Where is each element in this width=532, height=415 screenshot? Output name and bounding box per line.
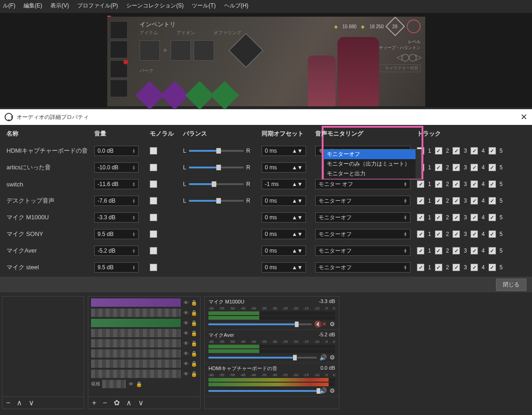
track-checkbox[interactable]: ✓ <box>453 264 460 271</box>
close-icon[interactable]: ✕ <box>520 112 527 122</box>
mono-checkbox[interactable] <box>150 247 157 254</box>
track-checkbox[interactable]: ✓ <box>453 147 460 155</box>
track-checkbox[interactable]: ✓ <box>417 197 424 204</box>
menu-file[interactable]: ル(F) <box>3 2 15 10</box>
menu-scene-collection[interactable]: シーンコレクション(S) <box>126 2 183 10</box>
monitor-select[interactable]: モニターオフ▲▼ <box>315 229 410 239</box>
sync-offset-input[interactable]: 0 ms▲▼ <box>262 196 306 206</box>
monitor-select[interactable]: モニターオフ▲▼ <box>315 246 410 256</box>
move-down-icon[interactable]: ∨ <box>29 398 34 407</box>
track-checkbox[interactable]: ✓ <box>453 164 460 171</box>
lock-icon[interactable]: 🔒 <box>191 320 197 326</box>
source-row[interactable]: 👁🔒 <box>89 359 199 369</box>
menu-view[interactable]: 表示(V) <box>50 2 69 10</box>
sync-offset-input[interactable]: 0 ms▲▼ <box>262 262 306 273</box>
track-checkbox[interactable]: ✓ <box>435 264 442 271</box>
track-checkbox[interactable]: ✓ <box>489 247 496 254</box>
gear-icon[interactable]: ⚙ <box>330 387 335 394</box>
track-checkbox[interactable]: ✓ <box>435 214 442 221</box>
move-down-icon[interactable]: ∨ <box>138 398 144 407</box>
monitor-select[interactable]: モニターオフ▲▼ <box>315 212 410 223</box>
track-checkbox[interactable]: ✓ <box>471 230 478 238</box>
close-button[interactable]: 閉じる <box>496 279 526 291</box>
track-checkbox[interactable]: ✓ <box>453 197 460 204</box>
gear-icon[interactable]: ✿ <box>114 398 120 407</box>
monitor-select[interactable]: モニター オフ▲▼ <box>315 179 410 189</box>
source-row[interactable]: 👁🔒 <box>89 369 199 379</box>
lock-icon[interactable]: 🔒 <box>191 340 197 347</box>
volume-input[interactable]: 9.5 dB▲▼ <box>94 229 139 239</box>
balance-slider[interactable] <box>189 200 244 202</box>
menu-profile[interactable]: プロファイル(P) <box>77 2 118 10</box>
gear-icon[interactable]: ⚙ <box>330 321 335 328</box>
visibility-icon[interactable]: 👁 <box>183 310 189 316</box>
mono-checkbox[interactable] <box>150 180 157 188</box>
balance-slider[interactable] <box>189 167 244 168</box>
sync-offset-input[interactable]: -1 ms▲▼ <box>262 179 306 189</box>
source-row[interactable]: 👁🔒 <box>89 318 199 328</box>
move-up-icon[interactable]: ∧ <box>17 398 22 407</box>
monitor-option-only[interactable]: モニターのみ（出力はミュート） <box>324 159 421 169</box>
menu-help[interactable]: ヘルプ(H) <box>224 2 249 10</box>
source-row[interactable]: 👁🔒 <box>89 338 199 348</box>
source-row[interactable]: 👁🔒 <box>89 328 199 338</box>
visibility-icon[interactable]: 👁 <box>183 340 189 347</box>
track-checkbox[interactable]: ✓ <box>417 230 424 238</box>
mono-checkbox[interactable] <box>150 230 157 238</box>
track-checkbox[interactable]: ✓ <box>471 214 478 221</box>
track-checkbox[interactable]: ✓ <box>435 180 442 188</box>
volume-slider[interactable] <box>208 390 317 392</box>
lock-icon[interactable]: 🔒 <box>191 360 197 367</box>
visibility-icon[interactable]: 👁 <box>183 360 189 367</box>
track-checkbox[interactable]: ✓ <box>417 247 424 254</box>
volume-input[interactable]: 9.5 dB▲▼ <box>94 262 139 273</box>
track-checkbox[interactable]: ✓ <box>453 247 460 254</box>
sync-offset-input[interactable]: 0 ms▲▼ <box>262 229 306 239</box>
mute-icon[interactable]: 🔇✕ <box>314 321 327 328</box>
lock-icon[interactable]: 🔒 <box>191 350 197 357</box>
volume-input[interactable]: -7.6 dB▲▼ <box>94 196 139 206</box>
menu-tools[interactable]: ツール(T) <box>192 2 215 10</box>
balance-slider[interactable] <box>189 150 244 152</box>
mono-checkbox[interactable] <box>150 197 157 204</box>
track-checkbox[interactable]: ✓ <box>489 214 496 221</box>
monitor-dropdown[interactable]: モニターオフ モニターのみ（出力はミュート） モニターと出力 <box>324 149 422 179</box>
track-checkbox[interactable]: ✓ <box>489 264 496 271</box>
track-checkbox[interactable]: ✓ <box>471 180 478 188</box>
sync-offset-input[interactable]: 0 ms▲▼ <box>262 146 306 156</box>
visibility-icon[interactable]: 👁 <box>128 381 134 387</box>
volume-input[interactable]: -5.2 dB▲▼ <box>94 246 139 256</box>
track-checkbox[interactable]: ✓ <box>471 264 478 271</box>
track-checkbox[interactable]: ✓ <box>435 164 442 171</box>
track-checkbox[interactable]: ✓ <box>435 147 442 155</box>
volume-input[interactable]: 0.0 dB▲▼ <box>94 146 139 156</box>
track-checkbox[interactable]: ✓ <box>471 197 478 204</box>
visibility-icon[interactable]: 👁 <box>183 299 189 306</box>
mono-checkbox[interactable] <box>150 214 157 221</box>
lock-icon[interactable]: 🔒 <box>136 381 142 387</box>
scrollbar[interactable] <box>416 149 421 179</box>
source-row[interactable]: 👁🔒 <box>89 297 199 308</box>
track-checkbox[interactable]: ✓ <box>453 230 460 238</box>
volume-input[interactable]: -3.3 dB▲▼ <box>94 212 139 223</box>
track-checkbox[interactable]: ✓ <box>471 147 478 155</box>
visibility-icon[interactable]: 👁 <box>183 371 189 377</box>
speaker-icon[interactable]: 🔊 <box>319 354 327 361</box>
remove-icon[interactable]: − <box>6 399 10 407</box>
source-row[interactable]: 収穫👁🔒 <box>89 379 199 389</box>
track-checkbox[interactable]: ✓ <box>435 247 442 254</box>
add-icon[interactable]: + <box>92 399 96 407</box>
volume-slider[interactable] <box>208 357 317 359</box>
track-checkbox[interactable]: ✓ <box>453 214 460 221</box>
track-checkbox[interactable]: ✓ <box>489 164 496 171</box>
visibility-icon[interactable]: 👁 <box>183 330 189 336</box>
lock-icon[interactable]: 🔒 <box>191 371 197 377</box>
track-checkbox[interactable]: ✓ <box>471 247 478 254</box>
lock-icon[interactable]: 🔒 <box>191 310 197 316</box>
speaker-icon[interactable]: 🔊 <box>319 387 327 394</box>
mono-checkbox[interactable] <box>150 164 157 171</box>
track-checkbox[interactable]: ✓ <box>489 197 496 204</box>
menu-edit[interactable]: 編集(E) <box>24 2 42 10</box>
visibility-icon[interactable]: 👁 <box>183 320 189 326</box>
track-checkbox[interactable]: ✓ <box>417 214 424 221</box>
